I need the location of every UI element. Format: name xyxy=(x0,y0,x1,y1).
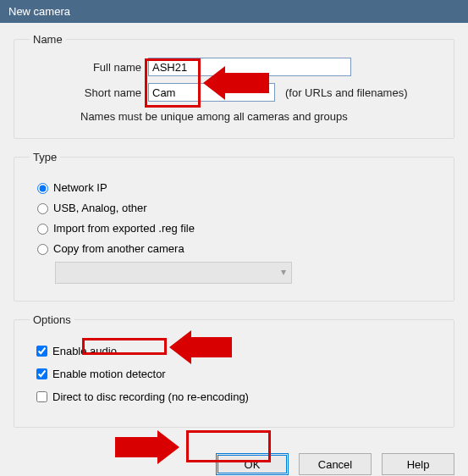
radio-copy-label: Copy from another camera xyxy=(53,242,184,255)
radio-network-label: Network IP xyxy=(53,181,107,194)
dialog-buttons: OK Cancel Help xyxy=(0,450,468,475)
radio-row-usb[interactable]: USB, Analog, other xyxy=(33,201,438,214)
radio-usb[interactable] xyxy=(37,203,48,214)
full-name-label: Full name xyxy=(30,61,148,74)
name-note: Names must be unique among all cameras a… xyxy=(80,110,438,123)
short-name-hint: (for URLs and filenames) xyxy=(285,86,408,99)
radio-usb-label: USB, Analog, other xyxy=(53,202,147,214)
check-direct-disc[interactable] xyxy=(36,391,47,402)
group-options-legend: Options xyxy=(30,313,74,326)
radio-row-network[interactable]: Network IP xyxy=(33,180,438,194)
dialog-content: Name Full name Short name (for URLs and … xyxy=(0,23,468,450)
radio-copy[interactable] xyxy=(37,244,48,255)
row-full-name: Full name xyxy=(30,58,438,76)
full-name-input[interactable] xyxy=(148,58,351,76)
check-row-direct[interactable]: Direct to disc recording (no re-encoding… xyxy=(33,389,438,405)
window-titlebar: New camera xyxy=(0,0,468,23)
radio-import-label: Import from exported .reg file xyxy=(53,222,195,235)
window-title: New camera xyxy=(8,5,70,18)
check-direct-disc-label: Direct to disc recording (no re-encoding… xyxy=(52,390,249,403)
cancel-button[interactable]: Cancel xyxy=(299,453,372,475)
radio-network[interactable] xyxy=(37,183,48,194)
group-name: Name Full name Short name (for URLs and … xyxy=(14,33,454,139)
check-enable-motion-label: Enable motion detector xyxy=(52,368,166,380)
radio-row-copy[interactable]: Copy from another camera xyxy=(33,241,438,255)
row-short-name: Short name (for URLs and filenames) xyxy=(30,83,438,102)
group-type: Type Network IP USB, Analog, other Impor… xyxy=(14,151,454,302)
check-row-motion[interactable]: Enable motion detector xyxy=(33,366,438,382)
chevron-down-icon: ▾ xyxy=(281,266,286,278)
help-button[interactable]: Help xyxy=(382,453,454,475)
check-row-audio[interactable]: Enable audio xyxy=(33,343,438,359)
radio-import[interactable] xyxy=(37,224,48,235)
ok-button[interactable]: OK xyxy=(216,453,289,475)
short-name-label: Short name xyxy=(30,86,148,99)
copy-source-dropdown[interactable]: ▾ xyxy=(55,262,292,284)
group-type-legend: Type xyxy=(30,151,60,163)
radio-row-import[interactable]: Import from exported .reg file xyxy=(33,221,438,235)
group-options: Options Enable audio Enable motion detec… xyxy=(14,313,454,428)
check-enable-motion[interactable] xyxy=(36,368,47,379)
short-name-input[interactable] xyxy=(148,83,275,102)
group-name-legend: Name xyxy=(30,33,66,46)
check-enable-audio[interactable] xyxy=(36,346,47,357)
check-enable-audio-label: Enable audio xyxy=(52,345,117,357)
